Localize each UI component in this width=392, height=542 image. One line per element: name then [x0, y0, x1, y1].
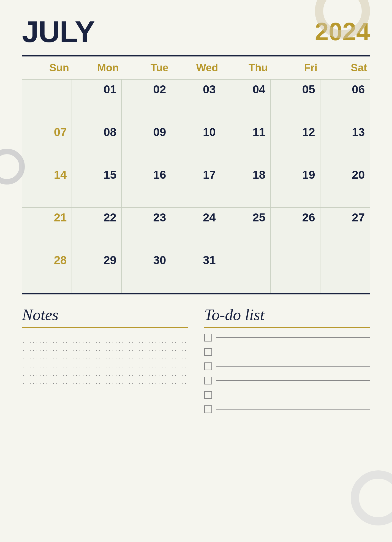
- todo-item: [204, 377, 370, 384]
- todo-item-line: [216, 337, 370, 338]
- calendar-grid: Sun Mon Tue Wed Thu Fri Sat 010203040506…: [22, 56, 370, 293]
- todo-checkbox[interactable]: [204, 405, 212, 413]
- day-header-mon: Mon: [72, 56, 121, 80]
- todo-item-line: [216, 366, 370, 367]
- deco-circle-bottom-right: [351, 470, 392, 525]
- calendar-day-cell: 01: [72, 80, 121, 122]
- calendar-day-cell: 25: [221, 208, 270, 250]
- calendar-day-cell: 16: [121, 165, 171, 208]
- calendar-day-cell: 13: [320, 122, 370, 165]
- calendar-day-cell: 17: [171, 165, 221, 208]
- calendar-day-cell: 03: [171, 80, 221, 122]
- day-header-sun: Sun: [22, 56, 72, 80]
- calendar-day-cell: 29: [72, 250, 121, 293]
- notes-dotted-line: [22, 367, 188, 367]
- todo-item: [204, 391, 370, 399]
- calendar-day-cell: [221, 250, 270, 293]
- notes-dotted-line: [22, 342, 188, 343]
- calendar-day-cell: 07: [22, 122, 72, 165]
- todo-item: [204, 405, 370, 413]
- todo-checkbox[interactable]: [204, 391, 212, 399]
- calendar-day-cell: 19: [271, 165, 320, 208]
- notes-title: Notes: [22, 305, 188, 324]
- todo-checkbox[interactable]: [204, 362, 212, 370]
- day-header-tue: Tue: [121, 56, 171, 80]
- notes-dotted-line: [22, 383, 188, 384]
- calendar-page: JULY 2024 Sun Mon Tue Wed Thu Fri Sat 01…: [0, 0, 392, 542]
- todo-section: To-do list: [204, 305, 370, 413]
- calendar-day-cell: 12: [271, 122, 320, 165]
- calendar-day-cell: 24: [171, 208, 221, 250]
- day-headers-row: Sun Mon Tue Wed Thu Fri Sat: [22, 56, 370, 80]
- calendar-week-row: 21222324252627: [22, 208, 370, 250]
- calendar-day-cell: 28: [22, 250, 72, 293]
- calendar-week-row: 010203040506: [22, 80, 370, 122]
- todo-item: [204, 362, 370, 370]
- todo-checkbox[interactable]: [204, 348, 212, 356]
- notes-underline: [22, 327, 188, 328]
- notes-section: Notes: [22, 305, 188, 413]
- notes-dotted-line: [22, 334, 188, 334]
- calendar-day-cell: 31: [171, 250, 221, 293]
- notes-dotted-line: [22, 359, 188, 359]
- calendar-day-cell: 14: [22, 165, 72, 208]
- notes-dotted-line: [22, 350, 188, 351]
- calendar-day-cell: [320, 250, 370, 293]
- notes-dotted-line: [22, 375, 188, 376]
- calendar-day-cell: 20: [320, 165, 370, 208]
- calendar-week-row: 14151617181920: [22, 165, 370, 208]
- calendar-day-cell: 11: [221, 122, 270, 165]
- deco-circle-left: [0, 149, 25, 185]
- todo-underline: [204, 327, 370, 328]
- todo-item-line: [216, 395, 370, 395]
- calendar-day-cell: 08: [72, 122, 121, 165]
- calendar-day-cell: 09: [121, 122, 171, 165]
- calendar-day-cell: 21: [22, 208, 72, 250]
- todo-item: [204, 348, 370, 356]
- calendar-day-cell: 18: [221, 165, 270, 208]
- calendar-day-cell: 04: [221, 80, 270, 122]
- calendar-day-cell: 26: [271, 208, 320, 250]
- bottom-section: Notes To-do list: [22, 305, 370, 413]
- calendar-day-cell: [22, 80, 72, 122]
- calendar-day-cell: 22: [72, 208, 121, 250]
- todo-title: To-do list: [204, 305, 370, 324]
- calendar-day-cell: 27: [320, 208, 370, 250]
- todo-item-line: [216, 352, 370, 352]
- calendar-day-cell: 10: [171, 122, 221, 165]
- calendar-bottom-border: [22, 293, 370, 294]
- calendar-day-cell: [271, 250, 320, 293]
- month-title: JULY: [22, 17, 94, 47]
- todo-checkbox[interactable]: [204, 377, 212, 384]
- calendar-day-cell: 15: [72, 165, 121, 208]
- calendar-day-cell: 05: [271, 80, 320, 122]
- day-header-sat: Sat: [320, 56, 370, 80]
- calendar-day-cell: 23: [121, 208, 171, 250]
- calendar-day-cell: 06: [320, 80, 370, 122]
- todo-checkbox[interactable]: [204, 334, 212, 342]
- todo-item-line: [216, 380, 370, 381]
- todo-item-line: [216, 409, 370, 410]
- day-header-wed: Wed: [171, 56, 221, 80]
- calendar-week-row: 07080910111213: [22, 122, 370, 165]
- calendar-day-cell: 30: [121, 250, 171, 293]
- day-header-fri: Fri: [271, 56, 320, 80]
- day-header-thu: Thu: [221, 56, 270, 80]
- todo-item: [204, 334, 370, 342]
- calendar-week-row: 28293031: [22, 250, 370, 293]
- notes-lines: [22, 334, 188, 384]
- todo-items: [204, 334, 370, 413]
- calendar-day-cell: 02: [121, 80, 171, 122]
